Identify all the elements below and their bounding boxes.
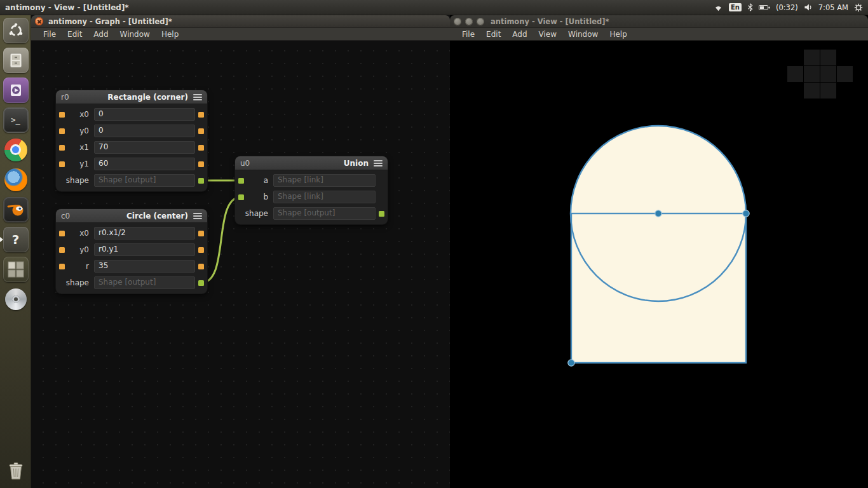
menu-help[interactable]: Help (604, 30, 632, 39)
value-field-b[interactable]: Shape [link] (273, 191, 376, 203)
value-field-x0[interactable]: 0 (94, 108, 195, 121)
close-button[interactable] (35, 17, 43, 25)
node-row-a: aShape [link] (235, 172, 388, 189)
node-id: r0 (61, 93, 69, 102)
green-connector[interactable] (379, 211, 384, 217)
graph-window-title: antimony - Graph - [Untitled]* (48, 17, 172, 26)
status-area: En (0:32) 7:05 AM (714, 3, 868, 12)
orange-connector[interactable] (198, 231, 204, 236)
value-field-y1[interactable]: 60 (94, 158, 195, 170)
grid-widget-cell (804, 66, 820, 82)
orange-connector[interactable] (59, 112, 65, 118)
value-field-shape[interactable]: Shape [output] (94, 174, 195, 187)
launcher-item-terminal[interactable]: >_ (0, 105, 31, 135)
hamburger-menu-icon[interactable] (193, 94, 202, 100)
launcher-item-workspaces[interactable] (0, 254, 31, 284)
menu-view[interactable]: View (533, 30, 562, 39)
value-field-r[interactable]: 35 (94, 260, 195, 273)
graph-titlebar[interactable]: antimony - Graph - [Untitled]* (31, 15, 450, 28)
node-c0[interactable]: c0Circle (center)x0r0.x1/2y0r0.y1r35shap… (56, 209, 207, 294)
launcher-item-trash[interactable] (0, 456, 31, 485)
green-connector[interactable] (238, 194, 244, 200)
orange-connector[interactable] (59, 161, 65, 167)
session-gear-icon[interactable] (854, 3, 863, 12)
antimony-icon: ? (3, 227, 29, 252)
node-titlebar[interactable]: c0Circle (center) (56, 209, 207, 223)
menu-file[interactable]: File (456, 30, 480, 39)
minimize-button-inactive[interactable] (465, 18, 473, 25)
orange-connector[interactable] (198, 264, 204, 269)
green-connector[interactable] (238, 178, 244, 184)
orange-connector[interactable] (198, 128, 204, 134)
orange-connector[interactable] (198, 161, 204, 167)
control-handle[interactable] (655, 210, 661, 217)
view-canvas[interactable] (450, 41, 868, 488)
control-handle[interactable] (568, 360, 574, 366)
orange-connector[interactable] (59, 128, 65, 134)
value-field-y0[interactable]: 0 (94, 125, 195, 137)
launcher-item-files[interactable] (0, 45, 31, 75)
hamburger-menu-icon[interactable] (193, 213, 202, 219)
panel-window-title: antimony - View - [Untitled]* (0, 3, 129, 12)
port-label: shape (244, 209, 273, 218)
orange-connector[interactable] (59, 231, 65, 236)
node-row-shape: shapeShape [output] (235, 205, 388, 222)
keyboard-indicator[interactable]: En (729, 3, 742, 11)
node-row-x1: x170 (56, 139, 207, 156)
value-field-x0[interactable]: r0.x1/2 (94, 227, 195, 240)
menu-help[interactable]: Help (156, 30, 184, 39)
view-titlebar[interactable]: antimony - View - [Untitled]* (450, 15, 868, 28)
node-type: Circle (center) (126, 212, 188, 220)
port-label: x0 (65, 229, 94, 238)
green-connector[interactable] (198, 280, 204, 286)
value-field-y0[interactable]: r0.y1 (94, 243, 195, 256)
launcher-item-antimony[interactable]: ? (0, 224, 31, 254)
menu-add[interactable]: Add (506, 30, 532, 39)
node-u0[interactable]: u0UnionaShape [link]bShape [link]shapeSh… (235, 156, 388, 224)
launcher-item-firefox[interactable] (0, 165, 31, 194)
node-r0[interactable]: r0Rectangle (corner)x00y00x170y160shapeS… (56, 90, 207, 191)
node-titlebar[interactable]: r0Rectangle (corner) (56, 90, 207, 104)
close-button-inactive[interactable] (454, 18, 461, 25)
launcher-item-disc[interactable] (0, 284, 31, 314)
menu-edit[interactable]: Edit (480, 30, 506, 39)
maximize-button-inactive[interactable] (477, 18, 484, 25)
chrome-icon (3, 137, 29, 163)
value-field-a[interactable]: Shape [link] (273, 174, 376, 187)
node-titlebar[interactable]: u0Union (235, 156, 388, 170)
control-handle[interactable] (743, 210, 749, 217)
launcher-item-chrome[interactable] (0, 135, 31, 165)
node-row-y0: y00 (56, 123, 207, 139)
menu-edit[interactable]: Edit (62, 30, 88, 39)
graph-canvas[interactable]: r0Rectangle (corner)x00y00x170y160shapeS… (31, 41, 450, 488)
launcher-item-dash-home[interactable] (0, 15, 31, 45)
disc-icon (3, 287, 29, 312)
menu-window[interactable]: Window (114, 30, 156, 39)
orange-connector[interactable] (59, 145, 65, 151)
value-field-x1[interactable]: 70 (94, 141, 195, 154)
menu-add[interactable]: Add (88, 30, 114, 39)
battery-icon[interactable] (759, 4, 770, 11)
orange-connector[interactable] (198, 145, 204, 151)
running-indicator (0, 237, 3, 242)
menu-file[interactable]: File (37, 30, 62, 39)
orange-connector[interactable] (59, 247, 65, 253)
menu-window[interactable]: Window (562, 30, 604, 39)
clock[interactable]: 7:05 AM (818, 3, 848, 12)
volume-icon[interactable] (804, 3, 813, 11)
hamburger-menu-icon[interactable] (374, 160, 383, 166)
value-field-shape[interactable]: Shape [output] (273, 207, 376, 220)
orange-connector[interactable] (198, 247, 204, 253)
launcher-item-blender[interactable] (0, 194, 31, 224)
network-icon[interactable] (714, 4, 723, 11)
battery-time[interactable]: (0:32) (776, 3, 798, 12)
green-connector[interactable] (198, 178, 204, 184)
grid-widget-cell (820, 83, 836, 98)
view-menubar: FileEditAddViewWindowHelp (450, 28, 868, 41)
rectangle-shape-fill (571, 214, 746, 363)
launcher-item-media-player[interactable] (0, 75, 31, 105)
orange-connector[interactable] (198, 112, 204, 118)
bluetooth-icon[interactable] (747, 3, 753, 11)
orange-connector[interactable] (59, 264, 65, 269)
value-field-shape[interactable]: Shape [output] (94, 276, 195, 289)
